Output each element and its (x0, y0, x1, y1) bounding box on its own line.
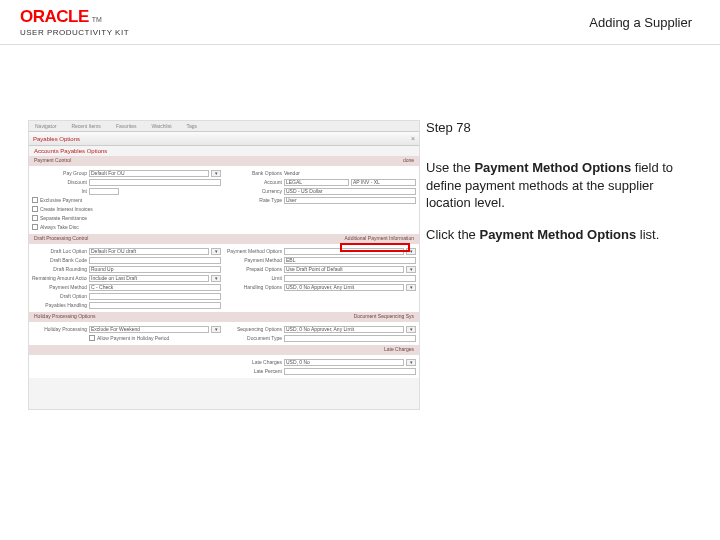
checkbox-label: Create Interest Invoices (40, 206, 93, 212)
pay-handling-input[interactable] (89, 302, 221, 309)
highlight-box (340, 243, 410, 252)
col-right: Sequencing OptionsUSD, 0 No Approver, An… (224, 322, 419, 345)
int-input[interactable] (89, 188, 119, 195)
label: Currency (227, 188, 282, 194)
label: Late Percent (227, 368, 282, 374)
subtitle: Accounts Payables Options (29, 146, 419, 156)
chevron-down-icon[interactable]: ▾ (406, 326, 416, 333)
checkbox[interactable] (32, 197, 38, 203)
label: Payment Method Options (227, 248, 282, 254)
pane-draft: Draft Loc OptionDefault For OU draft▾ Dr… (29, 244, 419, 312)
content: Navigator Recent Items Favorites Watchli… (0, 45, 720, 410)
pane-late: Late ChargesUSD, 0 No▾ Late Percent (29, 355, 419, 378)
currency-input[interactable]: USD - US Dollar (284, 188, 416, 195)
section-label: Late Charges (384, 346, 414, 354)
window-titlebar: Payables Options × (29, 132, 419, 146)
account-input2[interactable]: AP INV - XL (351, 179, 416, 186)
logo-block: ORACLE TM USER PRODUCTIVITY KIT (20, 7, 129, 37)
close-icon[interactable]: × (411, 135, 415, 142)
app-screenshot: Navigator Recent Items Favorites Watchli… (28, 120, 420, 410)
label: Draft Bank Code (32, 257, 87, 263)
draft-rounding-input[interactable]: Round Up (89, 266, 221, 273)
label: Discount (32, 179, 87, 185)
section-header-late: Late Charges (29, 345, 419, 355)
pay-method2-input[interactable]: EBL (284, 257, 416, 264)
chevron-down-icon[interactable]: ▾ (406, 359, 416, 366)
prepay-input[interactable]: Use Draft Point of Default (284, 266, 404, 273)
step-label: Step 78 (426, 120, 690, 135)
label: Pay Group (32, 170, 87, 176)
tm: TM (92, 16, 102, 23)
label: Draft Rounding (32, 266, 87, 272)
handling-input[interactable]: USD, 0 No Approver, Any Limit (284, 284, 404, 291)
checkbox[interactable] (32, 215, 38, 221)
label: Handling Options (227, 284, 282, 290)
pane-holiday: Holiday ProcessingExclude For Weekend▾ A… (29, 322, 419, 345)
rate-type-input[interactable]: User (284, 197, 416, 204)
col-left: Draft Loc OptionDefault For OU draft▾ Dr… (29, 244, 224, 312)
page-title: Adding a Supplier (589, 15, 692, 30)
instruction-p1: Use the Payment Method Options field to … (426, 159, 690, 212)
section-header-payment-control: Payment Control done (29, 156, 419, 166)
holiday-input[interactable]: Exclude For Weekend (89, 326, 209, 333)
chevron-down-icon[interactable]: ▾ (211, 275, 221, 282)
chevron-down-icon[interactable]: ▾ (406, 284, 416, 291)
bold-text: Payment Method Options (474, 160, 631, 175)
pay-group-input[interactable]: Default For OU (89, 170, 209, 177)
section-label: Additional Payment Information (345, 235, 414, 243)
label: Rate Type (227, 197, 282, 203)
label: Bank Options (227, 170, 282, 176)
label: Remaining Amount Action (32, 275, 87, 281)
draft-loc-input[interactable]: Default For OU draft (89, 248, 209, 255)
remain-input[interactable]: Include on Last Draft (89, 275, 209, 282)
seq-input[interactable]: USD, 0 No Approver, Any Limit (284, 326, 404, 333)
tab: Navigator (35, 123, 56, 129)
late-per-input[interactable] (284, 368, 416, 375)
tab: Recent Items (71, 123, 100, 129)
label: Draft Option (32, 293, 87, 299)
label: Payment Method (227, 257, 282, 263)
checkbox-label: Allow Payment in Holiday Period (97, 335, 169, 341)
screenshot-column: Navigator Recent Items Favorites Watchli… (0, 45, 420, 410)
section-status: done (403, 157, 414, 165)
window-title: Payables Options (33, 136, 80, 142)
text: Use the (426, 160, 474, 175)
checkbox-label: Separate Remittance (40, 215, 87, 221)
late-input[interactable]: USD, 0 No (284, 359, 404, 366)
text: Click the (426, 227, 479, 242)
chevron-down-icon[interactable]: ▾ (211, 170, 221, 177)
section-label: Document Sequencing Sys (354, 313, 414, 321)
section-label: Draft Processing Control (34, 235, 88, 243)
instruction-p2: Click the Payment Method Options list. (426, 226, 690, 244)
label: Payment Method (32, 284, 87, 290)
oracle-word: ORACLE (20, 7, 89, 27)
label: Limit (227, 275, 282, 281)
chevron-down-icon[interactable]: ▾ (211, 326, 221, 333)
section-label: Holiday Processing Options (34, 313, 95, 321)
instruction-text: Use the Payment Method Options field to … (426, 159, 690, 243)
checkbox[interactable] (32, 224, 38, 230)
account-input[interactable]: LEGAL (284, 179, 349, 186)
col-left: Pay GroupDefault For OU▾ Discount Int Ex… (29, 166, 224, 234)
instruction-column: Step 78 Use the Payment Method Options f… (420, 45, 720, 410)
checkbox[interactable] (89, 335, 95, 341)
oracle-logo: ORACLE TM (20, 7, 129, 27)
label: Late Charges (227, 359, 282, 365)
text: list. (636, 227, 659, 242)
bank-options-radio[interactable]: Vendor (284, 170, 300, 176)
app-tabs: Navigator Recent Items Favorites Watchli… (29, 121, 419, 132)
draft-bank-input[interactable] (89, 257, 221, 264)
pay-method-input[interactable]: C - Check (89, 284, 221, 291)
bold-text: Payment Method Options (479, 227, 636, 242)
col-right: Payment Method Options▾ Payment MethodEB… (224, 244, 419, 312)
limit-input[interactable] (284, 275, 416, 282)
checkbox[interactable] (32, 206, 38, 212)
chevron-down-icon[interactable]: ▾ (406, 266, 416, 273)
section-header-holiday: Holiday Processing Options Document Sequ… (29, 312, 419, 322)
doc-type-input[interactable] (284, 335, 416, 342)
label: Prepaid Options (227, 266, 282, 272)
chevron-down-icon[interactable]: ▾ (211, 248, 221, 255)
label: Int (32, 188, 87, 194)
draft-opt-input[interactable] (89, 293, 221, 300)
discount-input[interactable] (89, 179, 221, 186)
